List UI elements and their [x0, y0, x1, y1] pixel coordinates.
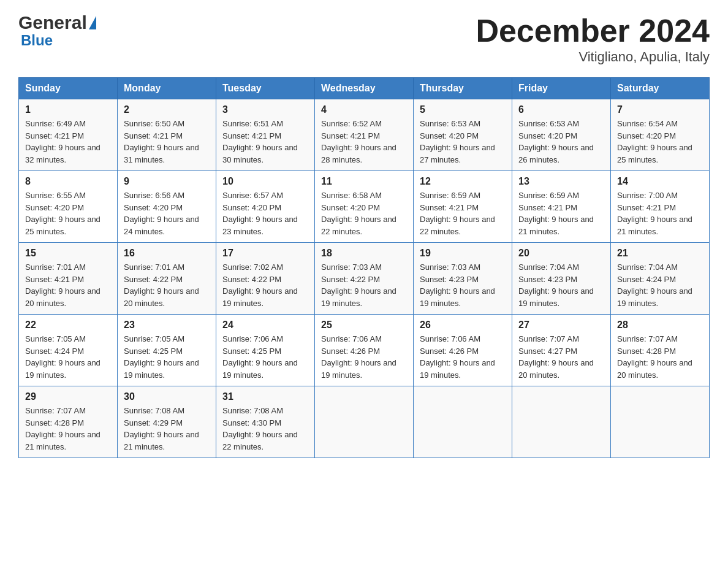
title-block: December 2024 Vitigliano, Apulia, Italy [476, 12, 710, 65]
day-info: Sunrise: 7:07 AMSunset: 4:27 PMDaylight:… [518, 333, 604, 381]
day-info: Sunrise: 6:57 AMSunset: 4:20 PMDaylight:… [222, 190, 308, 237]
day-number: 23 [124, 320, 210, 331]
day-number: 10 [222, 176, 308, 187]
day-number: 16 [124, 248, 210, 259]
day-number: 21 [617, 248, 703, 259]
day-info: Sunrise: 6:55 AMSunset: 4:20 PMDaylight:… [25, 190, 111, 237]
logo-general: General [18, 12, 87, 33]
day-info: Sunrise: 7:06 AMSunset: 4:26 PMDaylight:… [420, 333, 506, 381]
calendar-cell: 1Sunrise: 6:49 AMSunset: 4:21 PMDaylight… [19, 99, 118, 171]
calendar-cell: 27Sunrise: 7:07 AMSunset: 4:27 PMDayligh… [512, 315, 611, 386]
calendar-cell: 15Sunrise: 7:01 AMSunset: 4:21 PMDayligh… [19, 243, 118, 315]
calendar-subtitle: Vitigliano, Apulia, Italy [476, 49, 710, 65]
day-info: Sunrise: 6:53 AMSunset: 4:20 PMDaylight:… [518, 118, 604, 166]
day-info: Sunrise: 7:08 AMSunset: 4:29 PMDaylight:… [124, 405, 210, 453]
day-info: Sunrise: 6:56 AMSunset: 4:20 PMDaylight:… [124, 190, 210, 237]
day-info: Sunrise: 7:06 AMSunset: 4:25 PMDaylight:… [222, 333, 308, 381]
day-number: 11 [321, 176, 407, 187]
calendar-cell: 28Sunrise: 7:07 AMSunset: 4:28 PMDayligh… [611, 315, 710, 386]
day-info: Sunrise: 6:52 AMSunset: 4:21 PMDaylight:… [321, 118, 407, 166]
calendar-cell: 6Sunrise: 6:53 AMSunset: 4:20 PMDaylight… [512, 99, 611, 171]
day-number: 22 [25, 320, 111, 331]
calendar-week-3: 15Sunrise: 7:01 AMSunset: 4:21 PMDayligh… [19, 243, 710, 315]
day-number: 15 [25, 248, 111, 259]
day-number: 31 [222, 391, 308, 402]
calendar-week-2: 8Sunrise: 6:55 AMSunset: 4:20 PMDaylight… [19, 171, 710, 243]
calendar-cell: 20Sunrise: 7:04 AMSunset: 4:23 PMDayligh… [512, 243, 611, 315]
calendar-cell [611, 386, 710, 458]
day-number: 1 [25, 104, 111, 115]
day-number: 2 [124, 104, 210, 115]
calendar-cell: 12Sunrise: 6:59 AMSunset: 4:21 PMDayligh… [414, 171, 512, 243]
day-number: 8 [25, 176, 111, 187]
calendar-cell: 23Sunrise: 7:05 AMSunset: 4:25 PMDayligh… [118, 315, 216, 386]
day-info: Sunrise: 7:04 AMSunset: 4:24 PMDaylight:… [617, 261, 703, 309]
day-number: 17 [222, 248, 308, 259]
day-number: 29 [25, 391, 111, 402]
day-number: 4 [321, 104, 407, 115]
calendar-week-4: 22Sunrise: 7:05 AMSunset: 4:24 PMDayligh… [19, 315, 710, 386]
page-header: General Blue December 2024 Vitigliano, A… [18, 12, 710, 65]
calendar-cell: 25Sunrise: 7:06 AMSunset: 4:26 PMDayligh… [315, 315, 414, 386]
day-info: Sunrise: 7:03 AMSunset: 4:23 PMDaylight:… [420, 261, 506, 309]
calendar-cell: 16Sunrise: 7:01 AMSunset: 4:22 PMDayligh… [118, 243, 216, 315]
calendar-cell: 26Sunrise: 7:06 AMSunset: 4:26 PMDayligh… [414, 315, 512, 386]
day-info: Sunrise: 7:01 AMSunset: 4:22 PMDaylight:… [124, 261, 210, 309]
calendar-cell: 4Sunrise: 6:52 AMSunset: 4:21 PMDaylight… [315, 99, 414, 171]
calendar-table: SundayMondayTuesdayWednesdayThursdayFrid… [18, 77, 710, 458]
day-info: Sunrise: 7:06 AMSunset: 4:26 PMDaylight:… [321, 333, 407, 381]
day-header-wednesday: Wednesday [315, 78, 414, 99]
day-number: 30 [124, 391, 210, 402]
day-info: Sunrise: 7:07 AMSunset: 4:28 PMDaylight:… [617, 333, 703, 381]
day-info: Sunrise: 7:00 AMSunset: 4:21 PMDaylight:… [617, 190, 703, 237]
day-info: Sunrise: 6:54 AMSunset: 4:20 PMDaylight:… [617, 118, 703, 166]
day-number: 14 [617, 176, 703, 187]
calendar-title: December 2024 [476, 12, 710, 49]
calendar-cell: 18Sunrise: 7:03 AMSunset: 4:22 PMDayligh… [315, 243, 414, 315]
calendar-cell: 14Sunrise: 7:00 AMSunset: 4:21 PMDayligh… [611, 171, 710, 243]
day-number: 12 [420, 176, 506, 187]
day-number: 24 [222, 320, 308, 331]
day-info: Sunrise: 7:03 AMSunset: 4:22 PMDaylight:… [321, 261, 407, 309]
day-header-friday: Friday [512, 78, 611, 99]
calendar-cell: 17Sunrise: 7:02 AMSunset: 4:22 PMDayligh… [216, 243, 315, 315]
day-number: 6 [518, 104, 604, 115]
day-header-thursday: Thursday [414, 78, 512, 99]
day-info: Sunrise: 6:50 AMSunset: 4:21 PMDaylight:… [124, 118, 210, 166]
day-header-tuesday: Tuesday [216, 78, 315, 99]
logo-triangle-icon [89, 16, 96, 29]
calendar-cell: 22Sunrise: 7:05 AMSunset: 4:24 PMDayligh… [19, 315, 118, 386]
day-number: 9 [124, 176, 210, 187]
day-info: Sunrise: 6:58 AMSunset: 4:20 PMDaylight:… [321, 190, 407, 237]
day-info: Sunrise: 7:07 AMSunset: 4:28 PMDaylight:… [25, 405, 111, 453]
calendar-cell: 7Sunrise: 6:54 AMSunset: 4:20 PMDaylight… [611, 99, 710, 171]
calendar-cell: 3Sunrise: 6:51 AMSunset: 4:21 PMDaylight… [216, 99, 315, 171]
calendar-cell [414, 386, 512, 458]
day-info: Sunrise: 7:04 AMSunset: 4:23 PMDaylight:… [518, 261, 604, 309]
day-info: Sunrise: 7:02 AMSunset: 4:22 PMDaylight:… [222, 261, 308, 309]
calendar-cell: 31Sunrise: 7:08 AMSunset: 4:30 PMDayligh… [216, 386, 315, 458]
calendar-cell: 21Sunrise: 7:04 AMSunset: 4:24 PMDayligh… [611, 243, 710, 315]
day-header-saturday: Saturday [611, 78, 710, 99]
day-info: Sunrise: 6:59 AMSunset: 4:21 PMDaylight:… [518, 190, 604, 237]
logo: General Blue [18, 12, 96, 49]
calendar-cell: 24Sunrise: 7:06 AMSunset: 4:25 PMDayligh… [216, 315, 315, 386]
day-info: Sunrise: 7:05 AMSunset: 4:24 PMDaylight:… [25, 333, 111, 381]
day-number: 13 [518, 176, 604, 187]
day-info: Sunrise: 7:01 AMSunset: 4:21 PMDaylight:… [25, 261, 111, 309]
day-number: 3 [222, 104, 308, 115]
day-number: 27 [518, 320, 604, 331]
day-number: 25 [321, 320, 407, 331]
day-number: 28 [617, 320, 703, 331]
day-info: Sunrise: 6:51 AMSunset: 4:21 PMDaylight:… [222, 118, 308, 166]
logo-blue: Blue [21, 32, 53, 49]
day-number: 20 [518, 248, 604, 259]
day-number: 18 [321, 248, 407, 259]
day-info: Sunrise: 6:53 AMSunset: 4:20 PMDaylight:… [420, 118, 506, 166]
calendar-week-5: 29Sunrise: 7:07 AMSunset: 4:28 PMDayligh… [19, 386, 710, 458]
day-info: Sunrise: 6:59 AMSunset: 4:21 PMDaylight:… [420, 190, 506, 237]
day-info: Sunrise: 7:08 AMSunset: 4:30 PMDaylight:… [222, 405, 308, 453]
calendar-cell [315, 386, 414, 458]
calendar-cell: 11Sunrise: 6:58 AMSunset: 4:20 PMDayligh… [315, 171, 414, 243]
calendar-cell: 2Sunrise: 6:50 AMSunset: 4:21 PMDaylight… [118, 99, 216, 171]
